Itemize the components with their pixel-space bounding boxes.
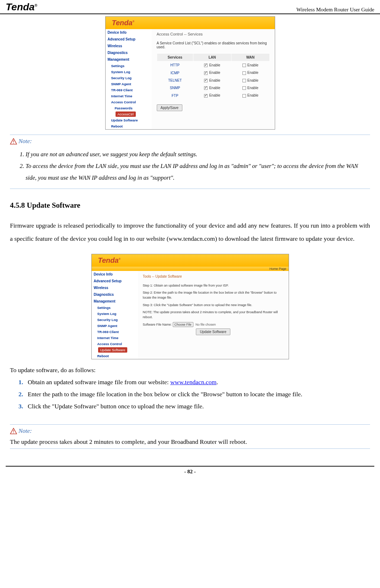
table-row: SNMPEnableEnable bbox=[157, 84, 269, 92]
note-label: Note: bbox=[18, 428, 32, 435]
ss-note: NOTE: The update process takes about 2 m… bbox=[143, 310, 284, 320]
note-item: To access the device from the LAN side, … bbox=[26, 160, 370, 184]
nav-item[interactable]: Advanced Setup bbox=[106, 36, 152, 43]
service-name: ICMP bbox=[157, 69, 193, 76]
update-software-screenshot: Tenda® Home Page Device InfoAdvanced Set… bbox=[91, 254, 289, 359]
nav-sub-item[interactable]: Settings bbox=[92, 305, 138, 311]
ss-breadcrumb: Access Control -- Services bbox=[157, 32, 270, 36]
ss-sidebar: Device InfoAdvanced SetupWirelessDiagnos… bbox=[92, 271, 138, 359]
note-label: Note: bbox=[18, 138, 32, 145]
apply-save-button[interactable]: Apply/Save bbox=[157, 104, 183, 111]
step-number: 1. bbox=[18, 376, 23, 388]
checkbox[interactable] bbox=[242, 86, 246, 90]
nav-item[interactable]: Wireless bbox=[106, 43, 152, 49]
checkbox[interactable] bbox=[242, 94, 246, 98]
note-heading: Note: bbox=[10, 428, 370, 435]
doc-title: Wireless Modem Router User Guide bbox=[296, 7, 374, 13]
ss-step1: Step 1: Obtain an updated software image… bbox=[143, 283, 284, 288]
section-paragraph: Firmware upgrade is released periodicall… bbox=[10, 219, 370, 245]
step-item: 1.Obtain an updated software image file … bbox=[18, 376, 370, 388]
nav-sub-item[interactable]: Reboot bbox=[92, 353, 138, 359]
file-row: Software File Name: Choose File No file … bbox=[143, 322, 284, 327]
ss-description: A Service Control List ("SCL") enables o… bbox=[157, 41, 270, 49]
note-body: The update process takes about 2 minutes… bbox=[10, 438, 370, 446]
service-name: FTP bbox=[157, 92, 193, 99]
divider bbox=[10, 135, 370, 135]
page-number: - 82 - bbox=[184, 469, 196, 474]
nav-sub-item[interactable]: Update Software bbox=[106, 117, 152, 123]
nav-item-active[interactable]: Update Software bbox=[98, 347, 128, 353]
step-number: 3. bbox=[18, 400, 23, 412]
checkbox[interactable] bbox=[204, 94, 208, 98]
brand-logo: Tenda® bbox=[6, 1, 37, 13]
nav-item[interactable]: Device Info bbox=[92, 271, 138, 278]
ss-logo: Tenda® bbox=[98, 256, 121, 264]
checkbox[interactable] bbox=[242, 71, 246, 75]
nav-sub-item[interactable]: Internet Time bbox=[106, 93, 152, 99]
nav-sub-item[interactable]: Internet Time bbox=[92, 335, 138, 341]
table-row: TELNETEnableEnable bbox=[157, 77, 269, 84]
update-software-button[interactable]: Update Software bbox=[196, 328, 230, 335]
table-row: FTPEnableEnable bbox=[157, 92, 269, 99]
service-name: TELNET bbox=[157, 77, 193, 84]
step-item: 3.Click the "Update Software" button onc… bbox=[18, 400, 370, 412]
nav-item[interactable]: Wireless bbox=[92, 284, 138, 291]
note-item: If you are not an advanced user, we sugg… bbox=[26, 148, 370, 160]
nav-sub-item[interactable]: TR-069 Client bbox=[92, 329, 138, 335]
nav-sub-item[interactable]: Security Log bbox=[92, 317, 138, 323]
checkbox[interactable] bbox=[242, 79, 246, 82]
access-control-screenshot: Tenda® Device InfoAdvanced SetupWireless… bbox=[105, 16, 275, 130]
page-footer: - 82 - bbox=[6, 466, 374, 477]
nav-sub-item[interactable]: Access Control bbox=[92, 341, 138, 347]
nav-sub-item[interactable]: Reboot bbox=[106, 123, 152, 129]
nav-item[interactable]: Diagnostics bbox=[92, 291, 138, 298]
checkbox[interactable] bbox=[204, 86, 208, 90]
ss-step3: Step 3: Click the "Update Software" butt… bbox=[143, 303, 284, 307]
note-heading: Note: bbox=[10, 138, 370, 145]
ss-breadcrumb: Tools -- Update Software bbox=[143, 274, 284, 279]
ss-logo: Tenda® bbox=[112, 19, 134, 27]
nav-sub-item[interactable]: SNMP Agent bbox=[92, 323, 138, 329]
nav-item[interactable]: Management bbox=[92, 298, 138, 305]
divider bbox=[10, 189, 370, 189]
instructions-intro: To update software, do as follows: bbox=[10, 366, 370, 374]
steps-list: 1.Obtain an updated software image file … bbox=[10, 376, 370, 412]
checkbox[interactable] bbox=[204, 79, 208, 82]
website-link[interactable]: www.tendacn.com bbox=[170, 379, 216, 386]
page-header: Tenda® Wireless Modem Router User Guide bbox=[0, 0, 380, 14]
nav-sub-item[interactable]: Passwords bbox=[106, 105, 152, 111]
nav-sub-item[interactable]: Security Log bbox=[106, 75, 152, 81]
svg-point-1 bbox=[13, 143, 14, 143]
table-row: ICMPEnableEnable bbox=[157, 69, 269, 76]
table-header: WAN bbox=[231, 54, 269, 61]
table-row: HTTPEnableEnable bbox=[157, 61, 269, 69]
choose-file-button[interactable]: Choose File bbox=[173, 322, 193, 327]
nav-sub-item[interactable]: Access Control bbox=[106, 99, 152, 105]
service-name: SNMP bbox=[157, 84, 193, 92]
nav-sub-item[interactable]: TR-069 Client bbox=[106, 87, 152, 93]
divider bbox=[10, 448, 370, 449]
table-header: LAN bbox=[193, 54, 231, 61]
step-number: 2. bbox=[18, 388, 23, 400]
nav-item[interactable]: Advanced Setup bbox=[92, 278, 138, 284]
nav-sub-item[interactable]: SNMP Agent bbox=[106, 81, 152, 87]
nav-sub-item[interactable]: Settings bbox=[106, 63, 152, 69]
home-link[interactable]: Home Page bbox=[92, 267, 289, 271]
nav-item[interactable]: Management bbox=[106, 56, 152, 63]
checkbox[interactable] bbox=[242, 64, 246, 67]
divider bbox=[10, 424, 370, 425]
table-header: Services bbox=[157, 54, 193, 61]
services-table: ServicesLANWAN HTTPEnableEnableICMPEnabl… bbox=[157, 53, 270, 99]
step-item: 2.Enter the path to the image file locat… bbox=[18, 388, 370, 400]
warning-icon bbox=[10, 428, 17, 434]
nav-item-active[interactable]: AccessCtrl bbox=[116, 111, 136, 117]
nav-sub-item[interactable]: System Log bbox=[106, 69, 152, 75]
checkbox[interactable] bbox=[204, 71, 208, 75]
nav-item[interactable]: Diagnostics bbox=[106, 49, 152, 56]
note-list: If you are not an advanced user, we sugg… bbox=[10, 148, 370, 184]
nav-sub-item[interactable]: System Log bbox=[92, 311, 138, 317]
checkbox[interactable] bbox=[204, 64, 208, 67]
warning-icon bbox=[10, 138, 17, 145]
svg-point-3 bbox=[13, 432, 14, 433]
nav-item[interactable]: Device Info bbox=[106, 29, 152, 36]
